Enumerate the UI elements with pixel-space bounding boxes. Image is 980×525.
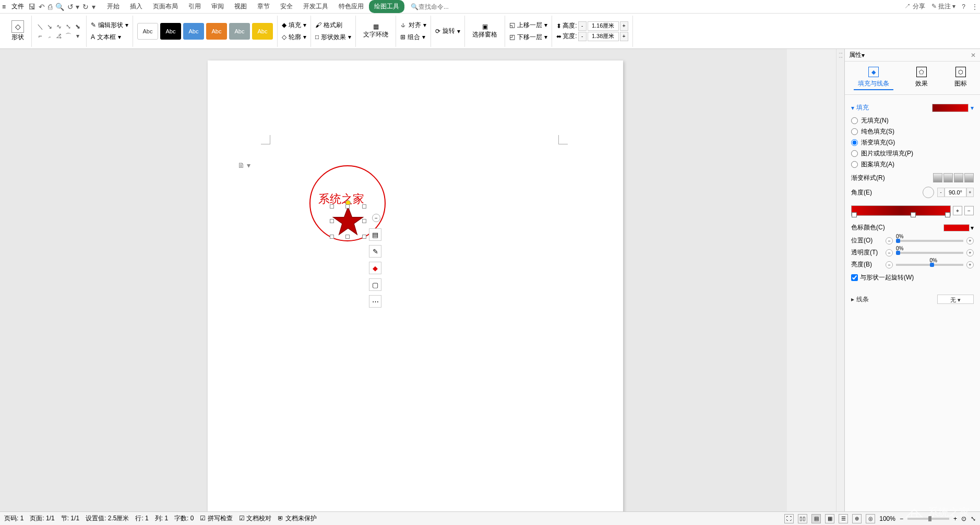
style-1[interactable]: Abc — [137, 23, 158, 40]
zoom-out-icon[interactable]: − — [900, 515, 903, 522]
angle-incr[interactable]: + — [966, 188, 974, 197]
canvas[interactable]: 🗎 ▾ 系统之家 − ▤ ✎ ◆ ▢ ⋯ — [0, 49, 787, 511]
height-input[interactable] — [588, 21, 619, 31]
zoom-slider[interactable] — [907, 518, 949, 520]
grad-path[interactable] — [964, 173, 974, 182]
bright-decr[interactable]: − — [886, 261, 893, 268]
search-input[interactable] — [419, 3, 460, 10]
zoom-in-icon[interactable]: + — [953, 515, 957, 522]
sel-handle-br[interactable] — [362, 235, 366, 239]
bring-forward-button[interactable]: ◱ 上移一层 ▾ — [509, 20, 547, 31]
rotate-button[interactable]: ⟳ 旋转 ▾ — [435, 26, 460, 36]
grad-stop-3[interactable] — [945, 212, 950, 217]
grad-linear[interactable] — [933, 173, 942, 182]
globe-icon[interactable]: ⊕ — [852, 514, 862, 523]
tab-view[interactable]: 视图 — [229, 0, 252, 13]
sel-handle-bm[interactable] — [345, 235, 350, 239]
save-icon[interactable]: 🖫 — [28, 3, 35, 11]
edit-shape-button[interactable]: ✎ 编辑形状 ▾ — [91, 20, 128, 31]
more-shapes[interactable]: ▾ — [74, 32, 82, 40]
arc-shape[interactable]: ⌒ — [64, 32, 73, 40]
angle-dial[interactable] — [923, 187, 934, 198]
send-backward-button[interactable]: ◰ 下移一层 ▾ — [509, 32, 547, 43]
tab-effect[interactable]: ⬠ 效果 — [911, 66, 932, 90]
style-5[interactable]: Abc — [229, 23, 250, 40]
outline-view-icon[interactable]: ☰ — [839, 514, 848, 523]
tab-security[interactable]: 安全 — [275, 0, 298, 13]
float-fill-icon[interactable]: ◆ — [369, 262, 381, 274]
panel-collapse-strip[interactable]: ⋮⋮ — [836, 49, 844, 511]
width-decr[interactable]: - — [578, 32, 587, 41]
rotate-with-shape-check[interactable]: 与形状一起旋转(W) — [851, 273, 974, 282]
print-icon[interactable]: ⎙ — [48, 3, 52, 11]
transparency-slider[interactable]: 0% — [896, 252, 963, 254]
format-painter-button[interactable]: 🖌 格式刷 — [315, 20, 351, 31]
undo-icon[interactable]: ↺ ▾ — [67, 3, 79, 11]
position-slider[interactable]: 0% — [896, 240, 963, 242]
gradient-fill-radio[interactable]: 渐变填充(G) — [851, 138, 974, 147]
trans-incr[interactable]: + — [966, 249, 974, 257]
status-page[interactable]: 页面: 1/1 — [30, 514, 54, 523]
qat-customize-icon[interactable]: ▾ — [92, 3, 95, 11]
line-arrow-shape[interactable]: ↘ — [45, 22, 54, 31]
star-shape-selected[interactable] — [332, 205, 364, 237]
zigzag-shape[interactable]: ⦧ — [45, 32, 54, 40]
tab-review[interactable]: 审阅 — [206, 0, 229, 13]
elbow-shape[interactable]: ⌐ — [36, 32, 44, 40]
status-page-no[interactable]: 页码: 1 — [4, 514, 23, 523]
tab-insert[interactable]: 插入 — [125, 0, 148, 13]
focus-icon[interactable]: ◎ — [866, 514, 875, 523]
solid-fill-radio[interactable]: 纯色填充(S) — [851, 127, 974, 136]
fill-color-chip[interactable] — [932, 104, 969, 112]
trans-decr[interactable]: − — [886, 249, 893, 257]
grad-stop-2[interactable] — [911, 212, 916, 217]
grad-stop-1[interactable] — [852, 212, 857, 217]
style-2[interactable]: Abc — [160, 23, 181, 40]
angle-input[interactable] — [945, 188, 966, 197]
page-break-indicator[interactable]: 🗎 ▾ — [237, 161, 250, 169]
help-icon[interactable]: ? — [962, 3, 965, 10]
grad-radial[interactable] — [943, 173, 953, 182]
fill-button[interactable]: ◆ 填充 ▾ — [282, 20, 306, 31]
sel-handle-ml[interactable] — [330, 219, 334, 223]
shape-dropdown[interactable]: ◇ 形状 — [8, 19, 27, 43]
style-3[interactable]: Abc — [183, 23, 204, 40]
sel-handle-bl[interactable] — [330, 235, 334, 239]
height-decr[interactable]: - — [578, 21, 587, 31]
more-icon[interactable]: ⋮ — [972, 3, 978, 10]
status-docproof[interactable]: ☑ 文档校对 — [239, 514, 271, 523]
pos-incr[interactable]: + — [966, 237, 974, 245]
grad-remove-stop[interactable]: − — [964, 206, 974, 215]
status-spellcheck[interactable]: ☑ 拼写检查 — [200, 514, 232, 523]
reading-view-icon[interactable]: ▯▯ — [798, 514, 807, 523]
status-chars[interactable]: 字数: 0 — [174, 514, 194, 523]
sel-handle-tl[interactable] — [330, 204, 334, 209]
tab-chapter[interactable]: 章节 — [252, 0, 275, 13]
height-incr[interactable]: + — [620, 21, 628, 31]
group-button[interactable]: ⊞ 组合 ▾ — [400, 32, 426, 43]
tab-fill-line[interactable]: ◆ 填充与线条 — [854, 66, 893, 90]
float-layout-icon[interactable]: ▤ — [369, 228, 381, 241]
share-button[interactable]: ↗ 分享 — [904, 2, 925, 11]
fill-section-toggle[interactable]: ▾ 填充 ▾ — [851, 103, 974, 112]
textbox-button[interactable]: A 文本框 ▾ — [91, 32, 128, 43]
status-section[interactable]: 节: 1/1 — [61, 514, 79, 523]
stop-color-dropdown[interactable]: ▾ — [971, 224, 974, 231]
command-search[interactable]: 🔍 — [411, 3, 460, 10]
tab-icon[interactable]: ⬡ 图标 — [950, 66, 971, 90]
redo-icon[interactable]: ↻ — [82, 3, 89, 11]
width-input[interactable] — [588, 32, 619, 41]
zigzag2-shape[interactable]: ⦨ — [55, 32, 63, 40]
annotate-button[interactable]: ✎ 批注 ▾ — [931, 2, 956, 11]
stop-color-chip[interactable] — [943, 224, 970, 231]
fit-icon[interactable]: ⊙ — [961, 515, 966, 522]
width-incr[interactable]: + — [620, 32, 628, 41]
zoom-value[interactable]: 100% — [879, 515, 895, 522]
align-button[interactable]: ⫝ 对齐 ▾ — [400, 20, 426, 31]
rotate-with-shape-checkbox[interactable] — [851, 274, 858, 281]
print-layout-icon[interactable]: ▤ — [811, 514, 821, 523]
panel-close-icon[interactable]: ✕ — [971, 52, 976, 59]
tab-start[interactable]: 开始 — [102, 0, 125, 13]
selection-pane-button[interactable]: ▣ 选择窗格 — [469, 22, 500, 40]
pattern-fill-radio[interactable]: 图案填充(A) — [851, 160, 974, 169]
